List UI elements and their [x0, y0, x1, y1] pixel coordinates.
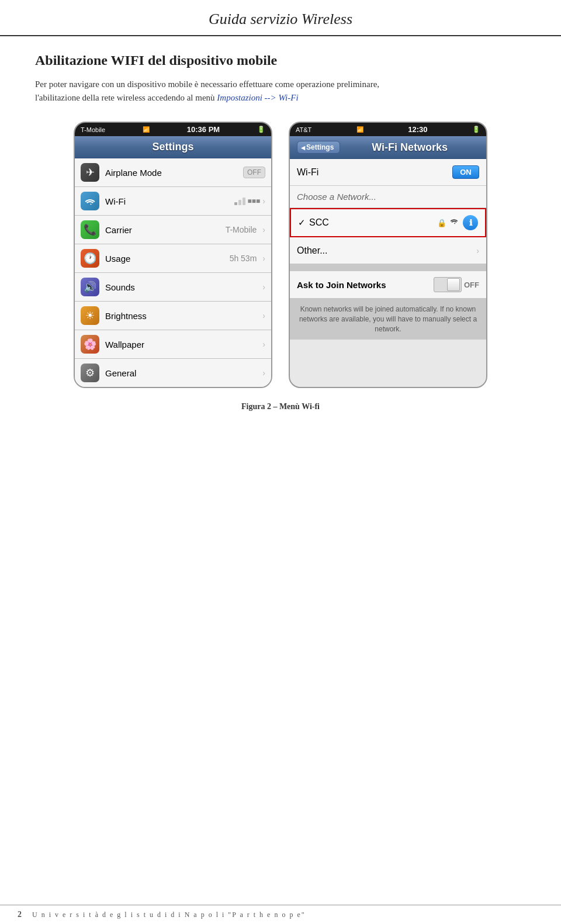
wifi-chevron-icon: ›	[262, 196, 265, 206]
signal-icon	[449, 217, 459, 228]
wallpaper-label: Wallpaper	[105, 340, 260, 349]
airplane-icon: ✈	[81, 163, 99, 182]
carrier-label: Carrier	[105, 225, 226, 235]
check-icon: ✓	[298, 217, 306, 228]
settings-row-sounds[interactable]: 🔊 Sounds ›	[75, 273, 271, 302]
phone1-status-bar: T-Mobile 📶 10:36 PM 🔋	[75, 123, 271, 136]
choose-network-row[interactable]: Choose a Network...	[290, 186, 486, 208]
other-chevron-icon: ›	[476, 246, 479, 255]
phone1-settings-list: ✈ Airplane Mode OFF Wi-Fi	[75, 158, 271, 387]
wifi-bar-3	[243, 198, 245, 205]
lock-icon: 🔒	[437, 219, 446, 227]
network-icons: 🔒	[437, 217, 459, 228]
screenshots-container: T-Mobile 📶 10:36 PM 🔋 Settings ✈ Airplan…	[35, 122, 526, 388]
general-chevron-icon: ›	[262, 368, 265, 378]
sounds-chevron-icon: ›	[262, 282, 265, 292]
settings-row-wallpaper[interactable]: 🌸 Wallpaper ›	[75, 330, 271, 359]
wifi-value: ■■■	[234, 197, 261, 205]
wallpaper-chevron-icon: ›	[262, 340, 265, 349]
page-header: Guida servizio Wireless	[0, 0, 561, 36]
brightness-icon: ☀	[81, 306, 99, 325]
phone2-carrier: AT&T	[296, 126, 311, 133]
scc-network-label: SCC	[309, 217, 437, 228]
sounds-icon: 🔊	[81, 278, 99, 296]
phone1-battery: 🔋	[257, 126, 265, 133]
airplane-toggle: OFF	[243, 167, 265, 178]
general-icon: ⚙	[81, 364, 99, 382]
phone2-status-bar: AT&T 📶 12:30 🔋	[290, 123, 486, 136]
description-line1: Per poter navigare con un dispositivo mo…	[35, 79, 379, 89]
carrier-chevron-icon: ›	[262, 225, 265, 234]
usage-icon: 🕐	[81, 249, 99, 268]
phone1-carrier: T-Mobile	[81, 126, 105, 133]
wifi-bar-1	[234, 202, 237, 205]
page-footer: 2 U n i v e r s i t à d e g l i s t u d …	[0, 905, 561, 924]
toggle-knob	[447, 278, 460, 291]
brightness-chevron-icon: ›	[262, 311, 265, 320]
phone1-nav-title: Settings	[152, 141, 193, 153]
wifi-toggle-label: Wi-Fi	[297, 167, 452, 178]
settings-row-general[interactable]: ⚙ General ›	[75, 359, 271, 387]
phone2-mockup: AT&T 📶 12:30 🔋 Settings Wi-Fi Networks W…	[289, 122, 487, 388]
phone1-time: 10:36 PM	[187, 125, 220, 134]
phone2-time: 12:30	[408, 125, 427, 134]
brightness-label: Brightness	[105, 311, 260, 321]
settings-row-usage[interactable]: 🕐 Usage 5h 53m ›	[75, 244, 271, 273]
description-text: Per poter navigare con un dispositivo mo…	[35, 78, 526, 104]
carrier-icon: 📞	[81, 220, 99, 239]
settings-row-airplane[interactable]: ✈ Airplane Mode OFF	[75, 158, 271, 187]
phone1-navbar: Settings	[75, 136, 271, 158]
choose-network-label: Choose a Network...	[297, 192, 376, 202]
menu-link: Impostazioni --> Wi-Fi	[217, 93, 298, 102]
page-title: Guida servizio Wireless	[35, 11, 526, 28]
settings-row-wifi[interactable]: Wi-Fi ■■■ ›	[75, 187, 271, 216]
airplane-label: Airplane Mode	[105, 168, 243, 178]
known-networks-description: Known networks will be joined automatica…	[290, 299, 486, 340]
toggle-box[interactable]	[434, 277, 462, 292]
section-title: Abilitazione WIFI del dispositivo mobile	[35, 53, 526, 68]
usage-chevron-icon: ›	[262, 254, 265, 263]
wifi-toggle-row[interactable]: Wi-Fi ON	[290, 159, 486, 186]
other-label: Other...	[297, 245, 474, 256]
usage-label: Usage	[105, 254, 230, 264]
footer-page-number: 2	[18, 910, 23, 919]
usage-value: 5h 53m	[230, 254, 257, 263]
back-button[interactable]: Settings	[297, 141, 340, 154]
sounds-label: Sounds	[105, 282, 260, 292]
scc-network-row[interactable]: ✓ SCC 🔒 ℹ	[290, 208, 486, 237]
figure-caption: Figura 2 – Menù Wi-fi	[35, 402, 526, 411]
other-network-row[interactable]: Other... ›	[290, 237, 486, 264]
wallpaper-icon: 🌸	[81, 335, 99, 354]
spacer	[290, 264, 486, 271]
wifi-bar-2	[238, 200, 241, 205]
ask-toggle[interactable]: OFF	[434, 277, 479, 292]
description-line2: l'abilitazione della rete wireless acced…	[35, 93, 217, 102]
footer-university: U n i v e r s i t à d e g l i s t u d i …	[32, 911, 306, 919]
main-content: Abilitazione WIFI del dispositivo mobile…	[0, 53, 561, 411]
phone2-nav-title: Wi-Fi Networks	[340, 141, 479, 154]
general-label: General	[105, 368, 260, 378]
info-button[interactable]: ℹ	[463, 215, 478, 230]
phone2-battery: 🔋	[472, 126, 480, 133]
ask-to-join-label: Ask to Join Networks	[297, 280, 434, 290]
settings-row-carrier[interactable]: 📞 Carrier T-Mobile ›	[75, 216, 271, 244]
phone2-navbar: Settings Wi-Fi Networks	[290, 136, 486, 159]
wifi-bars	[234, 198, 245, 205]
wifi-toggle-on[interactable]: ON	[452, 165, 479, 179]
toggle-off-label: OFF	[464, 281, 479, 289]
wifi-label: Wi-Fi	[105, 196, 234, 206]
ask-to-join-row[interactable]: Ask to Join Networks OFF	[290, 271, 486, 299]
settings-row-brightness[interactable]: ☀ Brightness ›	[75, 302, 271, 330]
carrier-value: T-Mobile	[226, 225, 257, 234]
wifi-settings-container: Wi-Fi ON Choose a Network... ✓ SCC 🔒	[290, 159, 486, 340]
wifi-icon	[81, 192, 99, 210]
wifi-hidden-value: ■■■	[248, 197, 261, 205]
phone1-mockup: T-Mobile 📶 10:36 PM 🔋 Settings ✈ Airplan…	[74, 122, 272, 388]
